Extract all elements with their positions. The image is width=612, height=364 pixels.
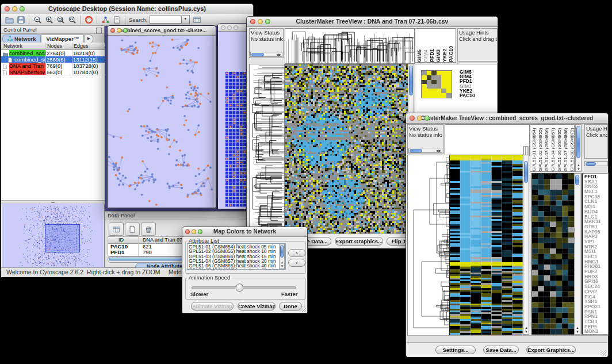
column-header[interactable]: Network bbox=[3, 43, 22, 49]
treeview1-titlebar[interactable]: ClusterMaker TreeView : DNA and Tran 07-… bbox=[247, 17, 498, 27]
zoom-vscrollbar[interactable]: ▲▼ bbox=[574, 173, 580, 335]
zoom-button[interactable] bbox=[265, 19, 270, 24]
open-folder-icon[interactable] bbox=[4, 15, 14, 25]
trash-icon[interactable] bbox=[141, 223, 156, 236]
matrix-cell[interactable] bbox=[441, 93, 446, 98]
create-vizmap-button[interactable]: Create Vizmap bbox=[238, 302, 276, 311]
column-dendrogram[interactable] bbox=[285, 28, 415, 64]
matrix-cell[interactable] bbox=[446, 71, 452, 75]
zoom-button[interactable] bbox=[198, 229, 202, 234]
matrix-cell[interactable] bbox=[422, 75, 427, 80]
correlation-matrix[interactable] bbox=[421, 70, 452, 98]
matrix-cell[interactable] bbox=[441, 84, 446, 89]
minimize-button[interactable] bbox=[117, 28, 121, 33]
network-row[interactable]: combined_scores_2764(0)16218(0) bbox=[1, 50, 105, 56]
view-status-hscrollbar[interactable]: ◀▶ bbox=[408, 148, 442, 153]
minimize-button[interactable] bbox=[192, 229, 196, 234]
speed-slider-track[interactable] bbox=[192, 286, 296, 289]
expression-heatmap[interactable] bbox=[285, 64, 408, 234]
close-button[interactable] bbox=[250, 19, 255, 24]
gene-label[interactable]: PAC10 bbox=[460, 93, 491, 98]
close-button[interactable] bbox=[410, 116, 415, 121]
zoom-selected-icon[interactable] bbox=[55, 15, 66, 25]
minimize-button[interactable] bbox=[12, 6, 17, 12]
matrix-cell[interactable] bbox=[427, 84, 432, 89]
move-down-button[interactable]: ∨ bbox=[288, 259, 305, 267]
attribute-browser-icon[interactable] bbox=[192, 15, 202, 25]
save-data-button[interactable]: Save Data... bbox=[483, 346, 519, 354]
matrix-cell[interactable] bbox=[431, 84, 437, 89]
network-row[interactable]: DNA and Tran 07769(0)183728(0) bbox=[1, 63, 105, 69]
close-button[interactable] bbox=[5, 6, 10, 12]
resize-grip[interactable] bbox=[600, 350, 606, 356]
column-header[interactable]: ID bbox=[118, 237, 124, 243]
network-window-titlebar[interactable]: combined_scores_good.txt--cluste... bbox=[108, 26, 216, 36]
matrix-cell[interactable] bbox=[427, 75, 432, 80]
row-dendrogram[interactable] bbox=[249, 64, 285, 234]
minimize-button[interactable] bbox=[417, 116, 422, 121]
network-row[interactable]: combined_sco2569(6)13112(15) bbox=[1, 56, 105, 63]
main-titlebar[interactable]: Cytoscape Desktop (Session Name: collins… bbox=[1, 4, 253, 14]
zoom-button[interactable] bbox=[234, 25, 238, 30]
column-dendrogram[interactable] bbox=[445, 124, 530, 156]
zoom-in-icon[interactable] bbox=[44, 15, 54, 25]
matrix-cell[interactable] bbox=[431, 89, 437, 93]
matrix-cell[interactable] bbox=[422, 84, 427, 89]
matrix-cell[interactable] bbox=[427, 71, 432, 75]
matrix-cell[interactable] bbox=[422, 80, 427, 85]
zoom-fit-icon[interactable] bbox=[67, 15, 77, 25]
save-icon[interactable] bbox=[16, 15, 26, 25]
export-graphics-button[interactable]: Export Graphics... bbox=[526, 346, 576, 354]
close-button[interactable] bbox=[185, 229, 190, 234]
dialog-titlebar[interactable]: Map Colors to Network bbox=[182, 227, 307, 237]
minimize-button[interactable] bbox=[227, 25, 232, 30]
matrix-cell[interactable] bbox=[446, 80, 452, 85]
network-canvas[interactable] bbox=[108, 36, 215, 208]
new-doc-icon[interactable] bbox=[125, 223, 140, 236]
birdseye-view[interactable] bbox=[2, 204, 104, 267]
close-button[interactable] bbox=[110, 28, 115, 33]
close-button[interactable] bbox=[221, 25, 225, 30]
attribute-browser-icon[interactable] bbox=[109, 223, 124, 236]
attribute-item[interactable]: GPL51-07 (GSM868) heat shock 60 min bbox=[189, 268, 285, 270]
matrix-cell[interactable] bbox=[441, 71, 446, 75]
expression-heatmap[interactable] bbox=[449, 155, 523, 336]
speed-slider-thumb[interactable] bbox=[236, 283, 243, 292]
matrix-cell[interactable] bbox=[427, 80, 432, 85]
resize-grip[interactable] bbox=[300, 306, 306, 312]
row-dendrogram[interactable] bbox=[407, 155, 450, 336]
tab-vizmapper[interactable]: VizMapper™ bbox=[41, 35, 84, 43]
usage-hints-hscrollbar[interactable] bbox=[584, 161, 608, 166]
matrix-cell[interactable] bbox=[431, 80, 437, 85]
gene-label[interactable]: MON2 bbox=[584, 329, 608, 334]
column-header[interactable]: Nodes bbox=[47, 43, 62, 49]
column-header[interactable]: Edges bbox=[74, 43, 89, 49]
tab-network[interactable]: Network bbox=[2, 35, 41, 43]
matrix-cell[interactable] bbox=[422, 93, 427, 98]
matrix-cell[interactable] bbox=[427, 89, 432, 93]
matrix-cell[interactable] bbox=[441, 80, 446, 85]
matrix-cell[interactable] bbox=[437, 80, 442, 85]
search-input[interactable] bbox=[150, 16, 182, 24]
labels-vscrollbar[interactable]: ▲▼ bbox=[575, 124, 582, 172]
matrix-cell[interactable] bbox=[437, 89, 442, 93]
zoom-button[interactable] bbox=[424, 116, 430, 121]
attribute-list-vscrollbar[interactable]: ▲▼ bbox=[279, 244, 285, 269]
matrix-cell[interactable] bbox=[437, 84, 442, 89]
treeview2-titlebar[interactable]: ClusterMaker TreeView : combined_scores_… bbox=[406, 113, 608, 124]
animate-vizmap-button[interactable]: Animate Vizmap bbox=[191, 302, 234, 311]
done-button[interactable]: Done bbox=[279, 302, 302, 311]
matrix-cell[interactable] bbox=[427, 93, 432, 98]
heatmap-vscrollbar[interactable]: ▲▼ bbox=[523, 155, 529, 335]
matrix-cell[interactable] bbox=[446, 89, 452, 93]
zoom-out-icon[interactable] bbox=[32, 15, 43, 25]
matrix-cell[interactable] bbox=[437, 71, 442, 75]
matrix-cell[interactable] bbox=[431, 71, 437, 75]
matrix-cell[interactable] bbox=[446, 93, 452, 98]
matrix-cell[interactable] bbox=[431, 75, 437, 80]
matrix-cell[interactable] bbox=[437, 93, 442, 98]
matrix-cell[interactable] bbox=[441, 89, 446, 93]
zoom-button[interactable] bbox=[20, 6, 25, 12]
matrix-cell[interactable] bbox=[446, 84, 452, 89]
matrix-cell[interactable] bbox=[422, 89, 427, 93]
